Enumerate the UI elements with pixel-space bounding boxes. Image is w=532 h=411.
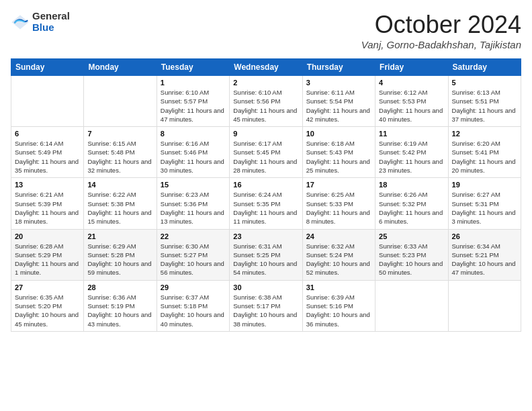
header: General Blue October 2024 Vanj, Gorno-Ba…	[11, 11, 521, 50]
month-title: October 2024	[361, 11, 521, 39]
calendar-cell: 16Sunrise: 6:24 AMSunset: 5:35 PMDayligh…	[230, 178, 302, 229]
day-number: 15	[161, 181, 226, 189]
day-info: Sunrise: 6:17 AMSunset: 5:45 PMDaylight:…	[233, 139, 298, 175]
day-info: Sunrise: 6:20 AMSunset: 5:41 PMDaylight:…	[452, 139, 517, 175]
day-info: Sunrise: 6:31 AMSunset: 5:25 PMDaylight:…	[233, 242, 298, 277]
calendar-cell: 26Sunrise: 6:34 AMSunset: 5:21 PMDayligh…	[448, 229, 521, 280]
day-number: 31	[306, 283, 371, 291]
calendar-cell: 14Sunrise: 6:22 AMSunset: 5:38 PMDayligh…	[84, 178, 157, 229]
calendar-cell: 24Sunrise: 6:32 AMSunset: 5:24 PMDayligh…	[302, 229, 375, 280]
day-info: Sunrise: 6:21 AMSunset: 5:39 PMDaylight:…	[15, 190, 80, 226]
day-number: 10	[306, 130, 371, 138]
day-number: 14	[87, 181, 152, 189]
day-info: Sunrise: 6:34 AMSunset: 5:21 PMDaylight:…	[452, 242, 517, 277]
calendar-cell: 12Sunrise: 6:20 AMSunset: 5:41 PMDayligh…	[448, 127, 521, 178]
day-info: Sunrise: 6:30 AMSunset: 5:27 PMDaylight:…	[161, 242, 226, 277]
day-info: Sunrise: 6:39 AMSunset: 5:16 PMDaylight:…	[306, 293, 371, 328]
day-number: 24	[306, 232, 371, 240]
logo-icon	[11, 13, 30, 32]
day-info: Sunrise: 6:10 AMSunset: 5:56 PMDaylight:…	[233, 88, 298, 124]
day-info: Sunrise: 6:24 AMSunset: 5:35 PMDaylight:…	[233, 190, 298, 226]
page: General Blue October 2024 Vanj, Gorno-Ba…	[0, 0, 532, 411]
calendar-week-2: 13Sunrise: 6:21 AMSunset: 5:39 PMDayligh…	[11, 178, 521, 229]
calendar-cell	[448, 280, 521, 331]
calendar-cell: 28Sunrise: 6:36 AMSunset: 5:19 PMDayligh…	[84, 280, 157, 331]
day-info: Sunrise: 6:38 AMSunset: 5:17 PMDaylight:…	[233, 293, 298, 328]
day-info: Sunrise: 6:28 AMSunset: 5:29 PMDaylight:…	[15, 242, 80, 277]
calendar-cell: 5Sunrise: 6:13 AMSunset: 5:51 PMDaylight…	[448, 76, 521, 127]
calendar-cell: 29Sunrise: 6:37 AMSunset: 5:18 PMDayligh…	[157, 280, 229, 331]
calendar-cell: 21Sunrise: 6:29 AMSunset: 5:28 PMDayligh…	[84, 229, 157, 280]
day-number: 25	[379, 232, 444, 240]
day-number: 28	[87, 283, 152, 291]
day-number: 17	[306, 181, 371, 189]
calendar-week-0: 1Sunrise: 6:10 AMSunset: 5:57 PMDaylight…	[11, 76, 521, 127]
day-number: 19	[452, 181, 517, 189]
day-number: 6	[15, 130, 80, 138]
calendar-cell: 9Sunrise: 6:17 AMSunset: 5:45 PMDaylight…	[230, 127, 302, 178]
day-number: 26	[452, 232, 517, 240]
day-info: Sunrise: 6:35 AMSunset: 5:20 PMDaylight:…	[15, 293, 80, 328]
day-number: 13	[15, 181, 80, 189]
calendar-cell	[84, 76, 157, 127]
calendar-cell	[375, 280, 448, 331]
day-info: Sunrise: 6:26 AMSunset: 5:32 PMDaylight:…	[379, 190, 444, 226]
day-number: 27	[15, 283, 80, 291]
day-number: 11	[379, 130, 444, 138]
day-info: Sunrise: 6:33 AMSunset: 5:23 PMDaylight:…	[379, 242, 444, 277]
day-number: 9	[233, 130, 298, 138]
day-number: 29	[161, 283, 226, 291]
calendar-cell: 20Sunrise: 6:28 AMSunset: 5:29 PMDayligh…	[11, 229, 84, 280]
logo-text: General Blue	[32, 11, 70, 33]
calendar-cell: 23Sunrise: 6:31 AMSunset: 5:25 PMDayligh…	[230, 229, 302, 280]
calendar-header-wednesday: Wednesday	[230, 59, 302, 76]
calendar-cell: 6Sunrise: 6:14 AMSunset: 5:49 PMDaylight…	[11, 127, 84, 178]
calendar-table: SundayMondayTuesdayWednesdayThursdayFrid…	[11, 58, 521, 332]
day-number: 16	[233, 181, 298, 189]
day-info: Sunrise: 6:27 AMSunset: 5:31 PMDaylight:…	[452, 190, 517, 226]
day-info: Sunrise: 6:23 AMSunset: 5:36 PMDaylight:…	[161, 190, 226, 226]
calendar-cell: 18Sunrise: 6:26 AMSunset: 5:32 PMDayligh…	[375, 178, 448, 229]
day-number: 18	[379, 181, 444, 189]
day-info: Sunrise: 6:11 AMSunset: 5:54 PMDaylight:…	[306, 88, 371, 124]
day-info: Sunrise: 6:37 AMSunset: 5:18 PMDaylight:…	[161, 293, 226, 328]
calendar-cell: 25Sunrise: 6:33 AMSunset: 5:23 PMDayligh…	[375, 229, 448, 280]
calendar-week-3: 20Sunrise: 6:28 AMSunset: 5:29 PMDayligh…	[11, 229, 521, 280]
calendar-cell: 10Sunrise: 6:18 AMSunset: 5:43 PMDayligh…	[302, 127, 375, 178]
calendar-cell: 8Sunrise: 6:16 AMSunset: 5:46 PMDaylight…	[157, 127, 229, 178]
day-number: 3	[306, 79, 371, 87]
day-info: Sunrise: 6:14 AMSunset: 5:49 PMDaylight:…	[15, 139, 80, 175]
day-number: 30	[233, 283, 298, 291]
day-number: 2	[233, 79, 298, 87]
logo-blue: Blue	[32, 22, 70, 34]
calendar-header-tuesday: Tuesday	[157, 59, 229, 76]
day-number: 12	[452, 130, 517, 138]
calendar-header-monday: Monday	[84, 59, 157, 76]
title-block: October 2024 Vanj, Gorno-Badakhshan, Taj…	[361, 11, 521, 50]
day-info: Sunrise: 6:13 AMSunset: 5:51 PMDaylight:…	[452, 88, 517, 124]
day-info: Sunrise: 6:12 AMSunset: 5:53 PMDaylight:…	[379, 88, 444, 124]
calendar-cell: 3Sunrise: 6:11 AMSunset: 5:54 PMDaylight…	[302, 76, 375, 127]
calendar-header-row: SundayMondayTuesdayWednesdayThursdayFrid…	[11, 59, 521, 76]
calendar-cell: 15Sunrise: 6:23 AMSunset: 5:36 PMDayligh…	[157, 178, 229, 229]
calendar-cell: 11Sunrise: 6:19 AMSunset: 5:42 PMDayligh…	[375, 127, 448, 178]
calendar-cell: 31Sunrise: 6:39 AMSunset: 5:16 PMDayligh…	[302, 280, 375, 331]
calendar-header-sunday: Sunday	[11, 59, 84, 76]
day-info: Sunrise: 6:19 AMSunset: 5:42 PMDaylight:…	[379, 139, 444, 175]
day-number: 22	[161, 232, 226, 240]
day-info: Sunrise: 6:16 AMSunset: 5:46 PMDaylight:…	[161, 139, 226, 175]
calendar-cell: 19Sunrise: 6:27 AMSunset: 5:31 PMDayligh…	[448, 178, 521, 229]
day-number: 21	[87, 232, 152, 240]
day-info: Sunrise: 6:36 AMSunset: 5:19 PMDaylight:…	[87, 293, 152, 328]
calendar-cell: 7Sunrise: 6:15 AMSunset: 5:48 PMDaylight…	[84, 127, 157, 178]
day-info: Sunrise: 6:25 AMSunset: 5:33 PMDaylight:…	[306, 190, 371, 226]
calendar-cell: 1Sunrise: 6:10 AMSunset: 5:57 PMDaylight…	[157, 76, 229, 127]
calendar-cell: 27Sunrise: 6:35 AMSunset: 5:20 PMDayligh…	[11, 280, 84, 331]
day-number: 23	[233, 232, 298, 240]
location: Vanj, Gorno-Badakhshan, Tajikistan	[361, 39, 521, 50]
calendar-cell: 30Sunrise: 6:38 AMSunset: 5:17 PMDayligh…	[230, 280, 302, 331]
calendar-cell: 22Sunrise: 6:30 AMSunset: 5:27 PMDayligh…	[157, 229, 229, 280]
calendar-header-thursday: Thursday	[302, 59, 375, 76]
day-number: 20	[15, 232, 80, 240]
logo: General Blue	[11, 11, 70, 33]
